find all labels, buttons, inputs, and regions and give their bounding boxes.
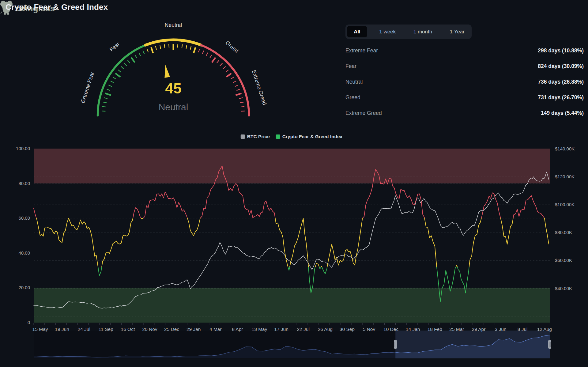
gauge-tick (124, 63, 127, 66)
y-right-tick-label: $60.00K (555, 258, 572, 263)
stat-row-extreme-greed: Extreme Greed 149 days (5.44%) (345, 105, 584, 121)
gauge-tick (212, 58, 216, 62)
gauge-tick (226, 73, 231, 77)
navigator-unselected-region[interactable] (34, 331, 395, 358)
gauge-tick (217, 60, 219, 63)
gauge-zone-label: Extreme Fear (80, 71, 96, 104)
range-tabbar: All 1 week 1 month 1 Year (345, 25, 472, 39)
gauge-tick (128, 60, 130, 63)
tab-all[interactable]: All (347, 26, 367, 37)
navigator-selection[interactable] (395, 331, 550, 358)
gauge-tick (131, 58, 135, 62)
gauge-tick (239, 98, 243, 99)
gauge-value: 45 (165, 80, 181, 96)
gauge-tick (236, 93, 242, 95)
y-left-tick-label: 100.00 (16, 146, 30, 151)
stat-value: 149 days (5.44%) (541, 110, 584, 116)
y-left-tick-label: 80.00 (18, 181, 30, 186)
stat-row-extreme-fear: Extreme Fear 298 days (10.88%) (345, 43, 584, 59)
stat-label: Neutral (345, 79, 363, 85)
stat-row-fear: Fear 824 days (30.09%) (345, 59, 584, 74)
legend-item-btc-price[interactable]: BTC Price (241, 134, 270, 139)
y-right-tick-label: $80.00K (555, 230, 572, 235)
stat-value: 736 days (26.88%) (538, 79, 584, 85)
gauge-tick (202, 51, 204, 54)
gauge-zone-arc (98, 45, 145, 115)
gauge-tick (147, 49, 148, 52)
gauge-tick (190, 46, 191, 50)
gauge-tick (102, 111, 105, 111)
y-left-tick-label: 0 (28, 320, 30, 325)
stat-value: 298 days (10.88%) (538, 47, 584, 54)
dashboard: Extreme FearFearNeutralGreedExtreme Gree… (0, 0, 588, 367)
legend-item-fear-greed[interactable]: Crypto Fear & Greed Index (276, 134, 342, 139)
stat-label: Fear (345, 63, 356, 70)
gauge-tick (103, 102, 107, 103)
legend-label: BTC Price (247, 134, 270, 139)
tab-1-month[interactable]: 1 month (408, 26, 438, 37)
gauge-tick (178, 44, 178, 47)
legend-label: Crypto Fear & Greed Index (282, 134, 342, 139)
stat-label: Extreme Greed (345, 110, 382, 116)
gauge-tick (118, 70, 121, 72)
stat-value: 824 days (30.09%) (538, 63, 584, 70)
y-right-tick-label: $140.00K (555, 146, 575, 151)
gauge-tick (241, 107, 244, 107)
gauge-tick (206, 53, 208, 56)
gauge-tick (236, 89, 240, 90)
chart-legend: BTC Price Crypto Fear & Greed Index (241, 134, 342, 139)
gauge-tick (231, 77, 234, 79)
gauge-zone-label: Neutral (165, 22, 182, 28)
stat-value: 731 days (26.70%) (538, 94, 584, 101)
gauge-tick (210, 55, 212, 58)
y-right-tick-label: $100.00K (555, 202, 575, 207)
gauge-tick (235, 85, 238, 86)
gauge-tick (160, 45, 160, 49)
gauge-tick (233, 81, 236, 83)
btc-price-swatch-icon (241, 134, 245, 139)
gauge-tick (241, 111, 245, 111)
gauge-needle (164, 65, 170, 78)
gauge-zone-label: Extreme Greed (251, 69, 268, 106)
y-right-tick-label: $120.00K (555, 174, 575, 179)
gauge-tick (198, 49, 200, 52)
gauge-tick (135, 55, 137, 58)
gauge-status: Neutral (159, 102, 188, 112)
gauge-tick (223, 66, 226, 69)
gauge-zone-arc (201, 45, 249, 115)
navigator-handle-right[interactable] (548, 340, 551, 349)
extreme-greed-band (34, 149, 550, 184)
gauge-tick (115, 73, 120, 77)
gauge-tick (143, 51, 144, 54)
fear-greed-swatch-icon (276, 134, 280, 139)
gauge-tick (164, 44, 165, 48)
gauge-tick (111, 81, 114, 83)
gauge-zone-label: Greed (224, 40, 240, 54)
y-left-tick-label: 60.00 (18, 215, 30, 221)
gauge-tick (151, 47, 153, 53)
gauge-tick (113, 77, 116, 79)
y-left-tick-label: 40.00 (18, 250, 30, 255)
stat-label: Extreme Fear (345, 47, 378, 54)
navigator-handle-left[interactable] (394, 340, 397, 349)
gauge-tick (102, 107, 106, 107)
gauge-zone-label: Fear (108, 41, 121, 53)
y-right-tick-label: $40.00K (555, 286, 572, 291)
gauge-tick (105, 93, 111, 95)
sentiment-stats: Extreme Fear 298 days (10.88%) Fear 824 … (345, 43, 584, 121)
tab-1-year[interactable]: 1 Year (444, 26, 470, 37)
stat-row-neutral: Neutral 736 days (26.88%) (345, 74, 584, 90)
fear-greed-line-yellow (36, 218, 549, 267)
gauge-tick (220, 63, 222, 66)
gauge-tick (139, 53, 141, 56)
gauge-tick (107, 89, 110, 90)
gauge-tick (169, 44, 169, 47)
gauge-tick (226, 70, 228, 72)
tab-1-week[interactable]: 1 week (374, 26, 401, 37)
gauge-tick (156, 46, 156, 50)
extreme-fear-band (34, 288, 550, 323)
gauge-tick (104, 98, 107, 99)
gauge-tick (240, 102, 244, 103)
stat-label: Greed (345, 94, 360, 101)
gauge-tick (108, 85, 112, 86)
